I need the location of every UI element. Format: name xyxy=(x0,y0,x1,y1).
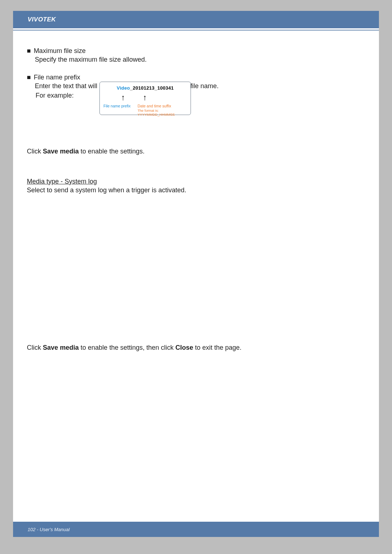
filename-diagram: Video_20101213_100341 ↑ ↑ File name pref… xyxy=(99,82,191,115)
footer-bar: 102 - User's Manual xyxy=(13,522,379,537)
bullet-icon: ■ xyxy=(27,73,31,82)
header-bar: VIVOTEK xyxy=(13,11,379,28)
diagram-suffix: 20101213_100341 xyxy=(133,85,174,91)
diagram-underscore: _ xyxy=(130,85,133,91)
text: Click xyxy=(27,148,43,155)
diagram-format-label: The format is: YYYYMMDD_HHMMSS xyxy=(138,108,191,117)
bullet-title: Maximum file size xyxy=(34,46,86,55)
emphasis: Save media xyxy=(43,344,79,351)
emphasis: Close xyxy=(175,344,193,351)
paragraph: Select to send a system log when a trigg… xyxy=(27,186,365,194)
example-label: For example: xyxy=(36,91,365,100)
footer-text: 102 - User's Manual xyxy=(28,527,70,532)
diagram-prefix-label: File name prefix xyxy=(103,104,131,108)
section-heading: Media type - System log xyxy=(27,177,365,186)
brand-title: VIVOTEK xyxy=(28,16,56,23)
bullet-item: ■ Maximum file size xyxy=(27,46,365,55)
diagram-filename: Video_20101213_100341 xyxy=(100,85,191,91)
bullet-description: Enter the text that will be appended to … xyxy=(35,82,365,90)
bullet-icon: ■ xyxy=(27,46,31,55)
text: Click xyxy=(27,344,43,351)
paragraph: Click Save media to enable the settings. xyxy=(27,147,365,156)
header-divider xyxy=(13,28,379,30)
diagram-suffix-label: Date and time suffix xyxy=(138,104,171,108)
text: to exit the page. xyxy=(193,344,241,351)
bullet-description: Specify the maximum file size allowed. xyxy=(35,55,365,64)
text: to enable the settings. xyxy=(79,148,144,155)
content-area: ■ Maximum file size Specify the maximum … xyxy=(27,44,365,352)
diagram-prefix: Video xyxy=(117,85,130,91)
up-arrow-icon: ↑ xyxy=(141,92,148,103)
bullet-item: ■ File name prefix xyxy=(27,73,365,82)
paragraph: Click Save media to enable the settings,… xyxy=(27,343,365,352)
text: to enable the settings, then click xyxy=(79,344,175,351)
up-arrow-icon: ↑ xyxy=(119,92,127,103)
page: VIVOTEK ■ Maximum file size Specify the … xyxy=(13,11,379,537)
bullet-title: File name prefix xyxy=(34,73,80,82)
emphasis: Save media xyxy=(43,148,79,155)
